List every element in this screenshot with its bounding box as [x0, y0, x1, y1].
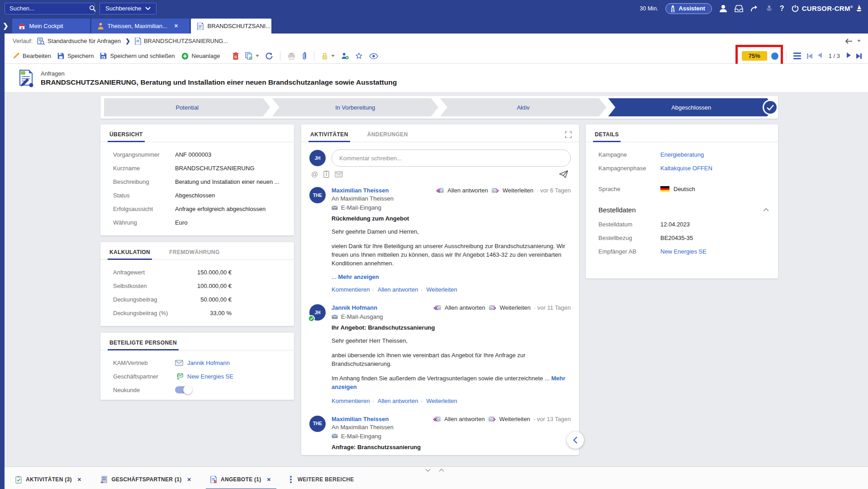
- stage-potential[interactable]: Potential: [104, 98, 270, 116]
- global-search[interactable]: [5, 3, 95, 14]
- reply-all-label[interactable]: Allen antworten: [444, 416, 485, 422]
- comment-link[interactable]: Kommentieren: [332, 398, 370, 404]
- footer-tab-geschaeftspartner[interactable]: GESCHÄFTSPARTNER (1) ✕: [99, 473, 197, 489]
- stage-abgeschlossen[interactable]: Abgeschlossen: [608, 98, 775, 116]
- forward-icon[interactable]: [491, 187, 499, 193]
- neukunde-toggle[interactable]: [175, 386, 191, 393]
- footer-tab-aktivitaeten[interactable]: AKTIVITÄTEN (3) ✕: [14, 473, 87, 489]
- search-scope-button[interactable]: Suchbereiche: [100, 3, 157, 14]
- scroll-down-icon[interactable]: [425, 469, 431, 472]
- forward-icon[interactable]: [488, 416, 496, 422]
- close-icon[interactable]: ✕: [187, 477, 192, 483]
- close-icon[interactable]: ✕: [77, 477, 82, 483]
- reply-all-link[interactable]: Allen antworten: [378, 398, 418, 404]
- lock-button[interactable]: [322, 52, 335, 60]
- breadcrumb-item-search[interactable]: Standardsuche für Anfragen: [37, 38, 121, 45]
- first-page-button[interactable]: [807, 53, 812, 59]
- forward-link[interactable]: Weiterleiten: [426, 398, 457, 404]
- tab-details[interactable]: DETAILS: [595, 131, 619, 142]
- breadcrumb-item-record[interactable]: BRANDSCHUTZSANIERUNG...: [135, 38, 228, 45]
- kampagnenphase-link[interactable]: Kaltakquise OFFEN: [660, 165, 712, 172]
- user-icon[interactable]: [719, 5, 727, 12]
- tab-uebersicht[interactable]: ÜBERSICHT: [109, 131, 143, 142]
- forward-label[interactable]: Weiterleiten: [503, 187, 533, 194]
- next-page-button[interactable]: [847, 53, 851, 59]
- forward-link[interactable]: Weiterleiten: [426, 286, 457, 293]
- phone-mail-icon[interactable]: [175, 373, 183, 380]
- mail-icon[interactable]: [175, 360, 183, 366]
- watch-icon[interactable]: [369, 53, 378, 59]
- send-icon[interactable]: [559, 170, 568, 178]
- tab-overflow-chevron[interactable]: ❯: [3, 22, 9, 30]
- grid-icon[interactable]: [766, 5, 773, 12]
- show-more-link[interactable]: Mehr anzeigen: [338, 273, 379, 280]
- reply-all-link[interactable]: Allen antworten: [378, 286, 418, 293]
- progress-indicator: 75%: [741, 51, 779, 61]
- kam-link[interactable]: Jannik Hofmann: [187, 360, 230, 366]
- note-icon[interactable]: [323, 171, 329, 178]
- help-icon[interactable]: ?: [780, 5, 784, 13]
- history-back-icon[interactable]: [845, 38, 853, 44]
- empfaenger-link[interactable]: New Energies SE: [660, 248, 707, 255]
- edit-button[interactable]: Bearbeiten: [13, 53, 51, 59]
- attachment-icon[interactable]: [302, 52, 307, 60]
- search-icon[interactable]: [89, 5, 96, 12]
- redo-icon[interactable]: [750, 5, 759, 12]
- lock-dropdown-caret[interactable]: [331, 55, 335, 57]
- reply-all-label[interactable]: Allen antworten: [447, 187, 488, 194]
- menu-icon[interactable]: [793, 53, 801, 59]
- author-link[interactable]: Maximilian Theissen: [332, 187, 389, 194]
- copy-record-button[interactable]: [245, 52, 259, 60]
- partner-link[interactable]: New Energies SE: [187, 373, 233, 380]
- tab-aktivitaeten[interactable]: AKTIVITÄTEN: [310, 131, 348, 142]
- comment-link[interactable]: Kommentieren: [332, 286, 370, 293]
- tab-mein-cockpit[interactable]: Mein Cockpit: [12, 19, 90, 34]
- previous-page-button[interactable]: [818, 53, 822, 59]
- reply-all-icon[interactable]: [433, 416, 441, 422]
- forward-label[interactable]: Weiterleiten: [499, 416, 530, 422]
- footer-more-areas[interactable]: WEITERE BEREICHE: [288, 473, 359, 489]
- forward-label[interactable]: Weiterleiten: [500, 304, 531, 311]
- tab-fremdwaehrung[interactable]: FREMDWÄHRUNG: [169, 249, 219, 259]
- comment-input[interactable]: [332, 149, 571, 167]
- email-icon[interactable]: [335, 171, 343, 177]
- reply-all-label[interactable]: Allen antworten: [445, 304, 485, 311]
- author-link[interactable]: Jannik Hofmann: [332, 304, 377, 311]
- print-icon[interactable]: [288, 53, 295, 60]
- collapse-panel-button[interactable]: [567, 431, 584, 449]
- assign-user-icon[interactable]: [341, 52, 349, 60]
- refresh-icon[interactable]: [266, 53, 273, 60]
- favorite-icon[interactable]: [355, 52, 363, 60]
- progress-dot-icon[interactable]: [771, 53, 778, 60]
- search-input[interactable]: [9, 5, 89, 12]
- kampagne-link[interactable]: Energieberatung: [660, 151, 704, 158]
- stage-aktiv[interactable]: Aktiv: [440, 98, 607, 116]
- footer-tab-angebote[interactable]: ANGEBOTE (1) ✕: [209, 473, 276, 489]
- create-button[interactable]: Neuanlage: [181, 53, 220, 60]
- mention-icon[interactable]: @: [311, 170, 318, 178]
- save-close-button[interactable]: Speichern und schließen: [100, 53, 175, 59]
- close-icon[interactable]: ✕: [277, 23, 281, 29]
- last-page-button[interactable]: [856, 53, 862, 59]
- expand-icon[interactable]: [565, 131, 572, 142]
- tab-kalkulation[interactable]: KALKULATION: [109, 249, 150, 259]
- author-link[interactable]: Maximilian Theissen: [332, 416, 389, 422]
- history-dropdown-caret[interactable]: [857, 40, 861, 42]
- inbox-icon[interactable]: [735, 5, 743, 12]
- reply-all-icon[interactable]: [436, 187, 444, 193]
- collapse-icon[interactable]: [763, 208, 769, 211]
- scroll-up-icon[interactable]: [439, 469, 444, 472]
- tab-brandschutz[interactable]: BRANDSCHUTZSANI... ✕: [191, 19, 271, 34]
- tab-beteiligte-personen[interactable]: BETEILIGTE PERSONEN: [109, 340, 177, 350]
- tab-aenderungen[interactable]: ÄNDERUNGEN: [367, 131, 408, 142]
- forward-icon[interactable]: [489, 305, 497, 311]
- copy-dropdown-caret[interactable]: [256, 55, 259, 57]
- close-icon[interactable]: ✕: [174, 23, 178, 29]
- stage-in-vorbereitung[interactable]: In Vorbereitung: [272, 98, 439, 116]
- assistant-button[interactable]: Assistent: [665, 3, 712, 14]
- close-icon[interactable]: ✕: [267, 477, 271, 483]
- save-button[interactable]: Speichern: [57, 53, 94, 59]
- delete-icon[interactable]: [232, 52, 239, 60]
- tab-theissen[interactable]: Theissen, Maximilian... ✕: [91, 19, 190, 34]
- reply-all-icon[interactable]: [433, 305, 441, 311]
